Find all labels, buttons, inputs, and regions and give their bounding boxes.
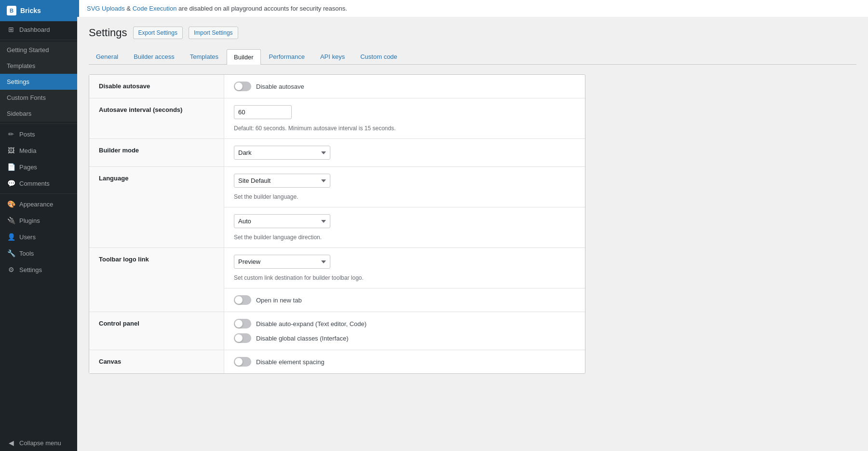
settings-label-autosave-interval: Autosave interval (seconds) — [89, 98, 224, 138]
collapse-menu-item[interactable]: ◀ Collapse menu — [0, 435, 77, 451]
language-select[interactable]: Site Default — [234, 174, 330, 188]
pages-icon: 📄 — [7, 163, 15, 171]
settings-label-disable-autosave: Disable autosave — [89, 75, 224, 98]
collapse-menu-label: Collapse menu — [19, 439, 61, 447]
sidebar-item-settings-wp[interactable]: ⚙ Settings — [0, 261, 77, 278]
sidebar-divider-2 — [0, 123, 77, 124]
builder-mode-select[interactable]: Dark Light Auto — [234, 146, 330, 160]
sidebar-item-label: Tools — [19, 250, 34, 257]
code-execution-link[interactable]: Code Execution — [133, 5, 177, 12]
sidebar-item-comments[interactable]: 💬 Comments — [0, 175, 77, 191]
sidebar-item-users[interactable]: 👤 Users — [0, 229, 77, 245]
settings-label-toolbar-logo-link: Toolbar logo link — [89, 248, 224, 312]
tab-builder-access[interactable]: Builder access — [126, 49, 182, 64]
canvas-toggle-label: Disable element spacing — [256, 358, 325, 366]
alert-bar: SVG Uploads & Code Execution are disable… — [77, 0, 868, 17]
media-icon: 🖼 — [7, 147, 15, 154]
language-direction-select[interactable]: Auto — [234, 214, 330, 228]
page-title: Settings — [89, 27, 127, 39]
settings-row-toolbar-logo-link: Toolbar logo link Preview Set custom lin… — [89, 248, 585, 312]
settings-wp-icon: ⚙ — [7, 266, 15, 273]
settings-label-control-panel: Control panel — [89, 312, 224, 350]
sidebar-item-label: Sidebars — [7, 110, 31, 117]
disable-global-classes-toggle-row: Disable global classes (Interface) — [234, 333, 575, 343]
autosave-interval-input[interactable] — [234, 105, 292, 119]
language-direction-hint: Set the builder language direction. — [234, 234, 575, 241]
canvas-toggle[interactable] — [234, 357, 251, 367]
sidebar-divider-3 — [0, 193, 77, 194]
disable-autosave-toggle[interactable] — [234, 82, 251, 91]
sidebar-item-label: Pages — [19, 164, 37, 171]
sidebar-logo[interactable]: B Bricks — [0, 0, 77, 21]
tools-icon: 🔧 — [7, 249, 15, 257]
sidebar: B Bricks ⊞ Dashboard Getting Started Tem… — [0, 0, 77, 451]
comments-icon: 💬 — [7, 179, 15, 187]
language-divider — [224, 207, 585, 207]
tab-builder[interactable]: Builder — [227, 49, 260, 65]
settings-value-disable-autosave: Disable autosave — [224, 75, 585, 98]
sidebar-item-label: Plugins — [19, 217, 40, 224]
settings-value-autosave-interval: Default: 60 seconds. Minimum autosave in… — [224, 98, 585, 138]
content-area: Settings Export Settings Import Settings… — [77, 17, 868, 451]
sidebar-item-sidebars[interactable]: Sidebars — [0, 106, 77, 122]
plugins-icon: 🔌 — [7, 217, 15, 224]
language-hint: Set the builder language. — [234, 193, 575, 200]
sidebar-item-posts[interactable]: ✏ Posts — [0, 126, 77, 142]
sidebar-item-custom-fonts[interactable]: Custom Fonts — [0, 90, 77, 106]
sidebar-item-pages[interactable]: 📄 Pages — [0, 159, 77, 175]
tab-custom-code[interactable]: Custom code — [353, 49, 405, 64]
sidebar-item-tools[interactable]: 🔧 Tools — [0, 245, 77, 261]
sidebar-item-dashboard[interactable]: ⊞ Dashboard — [0, 21, 77, 38]
sidebar-item-plugins[interactable]: 🔌 Plugins — [0, 212, 77, 229]
sidebar-item-label: Custom Fonts — [7, 94, 46, 101]
sidebar-item-label: Getting Started — [7, 46, 49, 54]
settings-row-builder-mode: Builder mode Dark Light Auto — [89, 139, 585, 167]
sidebar-item-label: Posts — [19, 131, 35, 138]
dashboard-icon: ⊞ — [7, 26, 15, 33]
settings-label-language: Language — [89, 167, 224, 247]
import-settings-button[interactable]: Import Settings — [189, 27, 238, 39]
collapse-icon: ◀ — [7, 439, 15, 447]
posts-icon: ✏ — [7, 130, 15, 138]
toolbar-logo-link-select[interactable]: Preview — [234, 255, 330, 269]
tab-general[interactable]: General — [89, 49, 125, 64]
autosave-interval-hint: Default: 60 seconds. Minimum autosave in… — [234, 125, 575, 132]
disable-auto-expand-toggle[interactable] — [234, 319, 251, 328]
sidebar-item-templates[interactable]: Templates — [0, 58, 77, 74]
settings-value-toolbar-logo-link: Preview Set custom link destination for … — [224, 248, 585, 312]
disable-global-classes-toggle[interactable] — [234, 333, 251, 343]
appearance-icon: 🎨 — [7, 200, 15, 208]
settings-value-control-panel: Disable auto-expand (Text editor, Code) … — [224, 312, 585, 350]
settings-row-autosave-interval: Autosave interval (seconds) Default: 60 … — [89, 98, 585, 139]
settings-value-builder-mode: Dark Light Auto — [224, 139, 585, 166]
main-content: SVG Uploads & Code Execution are disable… — [77, 0, 868, 451]
disable-auto-expand-toggle-row: Disable auto-expand (Text editor, Code) — [234, 319, 575, 328]
sidebar-item-settings[interactable]: Settings — [0, 74, 77, 90]
bricks-submenu: Getting Started Templates Settings Custo… — [0, 42, 77, 122]
settings-row-control-panel: Control panel Disable auto-expand (Text … — [89, 312, 585, 350]
disable-autosave-toggle-label: Disable autosave — [256, 83, 304, 90]
settings-label-canvas: Canvas — [89, 350, 224, 373]
tab-performance[interactable]: Performance — [262, 49, 312, 64]
sidebar-item-appearance[interactable]: 🎨 Appearance — [0, 196, 77, 212]
export-settings-button[interactable]: Export Settings — [133, 27, 183, 39]
settings-row-language: Language Site Default Set the builder la… — [89, 167, 585, 248]
settings-value-canvas: Disable element spacing — [224, 350, 585, 373]
open-new-tab-toggle[interactable] — [234, 295, 251, 305]
sidebar-item-label: Settings — [19, 266, 42, 273]
sidebar-item-media[interactable]: 🖼 Media — [0, 142, 77, 159]
svg-uploads-link[interactable]: SVG Uploads — [87, 5, 125, 12]
sidebar-item-label: Media — [19, 147, 36, 154]
canvas-toggle-row: Disable element spacing — [234, 357, 575, 367]
disable-auto-expand-label: Disable auto-expand (Text editor, Code) — [256, 320, 366, 328]
sidebar-item-label: Settings — [7, 78, 29, 85]
tab-api-keys[interactable]: API keys — [313, 49, 352, 64]
disable-autosave-toggle-row: Disable autosave — [234, 82, 575, 91]
tab-templates[interactable]: Templates — [183, 49, 226, 64]
sidebar-item-getting-started[interactable]: Getting Started — [0, 42, 77, 58]
settings-table: Disable autosave Disable autosave Autosa… — [89, 74, 585, 374]
settings-tabs: General Builder access Templates Builder… — [89, 49, 856, 65]
sidebar-logo-label: Bricks — [20, 7, 41, 14]
toolbar-logo-divider — [224, 288, 585, 288]
toolbar-logo-link-hint: Set custom link destination for builder … — [234, 274, 575, 281]
